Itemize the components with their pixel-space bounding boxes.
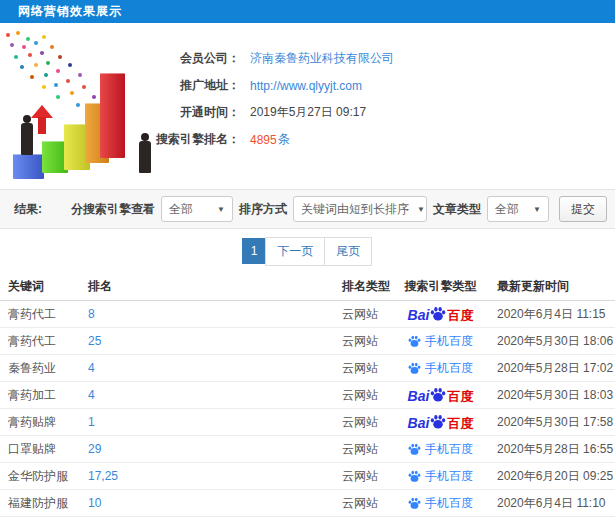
rank-type-cell: 云网站 bbox=[334, 414, 392, 431]
submit-button[interactable]: 提交 bbox=[559, 196, 607, 222]
rank-link[interactable]: 1 bbox=[80, 415, 334, 429]
engine-rank-unit: 条 bbox=[278, 131, 290, 148]
baidu-paw-icon bbox=[408, 362, 421, 375]
baidu-paw-icon bbox=[408, 335, 421, 348]
baidu-paw-icon bbox=[408, 497, 421, 510]
updated-time-cell: 2020年6月4日 11:10 bbox=[489, 495, 615, 512]
search-engine-cell: Bai百度 bbox=[392, 387, 489, 403]
filter-bar: 结果: 分搜索引擎查看 全部 ▼ 排序方式 关键词由短到长排序 ▼ 文章类型 全… bbox=[0, 189, 615, 229]
promo-url-link[interactable]: http://www.qlyyjt.com bbox=[250, 79, 362, 93]
sort-select[interactable]: 关键词由短到长排序 ▼ bbox=[293, 196, 427, 222]
engine-rank-count: 4895 bbox=[250, 133, 277, 147]
keyword-cell: 膏药贴牌 bbox=[0, 414, 80, 431]
chevron-down-icon: ▼ bbox=[533, 205, 541, 214]
open-time-row: 开通时间： 2019年5月27日 09:17 bbox=[148, 99, 394, 126]
search-engine-cell: Bai百度 bbox=[392, 306, 489, 322]
header-keyword: 关键词 bbox=[0, 278, 80, 295]
pagination: 1 下一页 尾页 bbox=[0, 229, 615, 273]
member-company-link[interactable]: 济南秦鲁药业科技有限公司 bbox=[250, 50, 394, 67]
promo-url-row: 推广地址： http://www.qlyyjt.com bbox=[148, 72, 394, 99]
updated-time-cell: 2020年6月20日 09:25 bbox=[489, 468, 615, 485]
baidu-pc-logo: Bai百度 bbox=[408, 306, 474, 322]
table-header-row: 关键词 排名 排名类型 搜索引擎类型 最新更新时间 bbox=[0, 273, 615, 301]
company-info: 会员公司： 济南秦鲁药业科技有限公司 推广地址： http://www.qlyy… bbox=[148, 45, 394, 153]
keyword-cell: 金华防护服 bbox=[0, 468, 80, 485]
up-arrow-icon bbox=[31, 105, 53, 135]
baidu-paw-icon bbox=[430, 414, 446, 430]
rank-link[interactable]: 25 bbox=[80, 334, 334, 348]
table-row: 口罩贴牌 29 云网站 手机百度 2020年5月28日 16:55 bbox=[0, 436, 615, 463]
page-title: 网络营销效果展示 bbox=[18, 3, 122, 20]
search-engine-cell: 手机百度 bbox=[392, 362, 489, 375]
article-type-select[interactable]: 全部 ▼ bbox=[487, 196, 549, 222]
table-row: 膏药代工 25 云网站 手机百度 2020年5月30日 18:06 bbox=[0, 328, 615, 355]
keyword-cell: 福建防护服 bbox=[0, 495, 80, 512]
table-row: 膏药加工 4 云网站 Bai百度 2020年5月30日 18:03 bbox=[0, 382, 615, 409]
member-company-label: 会员公司： bbox=[148, 50, 240, 67]
updated-time-cell: 2020年5月30日 18:03 bbox=[489, 387, 615, 404]
updated-time-cell: 2020年5月30日 18:06 bbox=[489, 333, 615, 350]
table-body: 膏药代工 8 云网站 Bai百度 2020年6月4日 11:15 膏药代工 25… bbox=[0, 301, 615, 520]
keyword-cell: 口罩贴牌 bbox=[0, 441, 80, 458]
baidu-mobile-logo: 手机百度 bbox=[408, 497, 473, 510]
rank-type-cell: 云网站 bbox=[334, 360, 392, 377]
table-row: 膏药贴牌 1 云网站 Bai百度 2020年5月30日 17:58 bbox=[0, 409, 615, 436]
search-engine-cell: 手机百度 bbox=[392, 497, 489, 510]
baidu-pc-logo: Bai百度 bbox=[408, 414, 474, 430]
baidu-mobile-logo: 手机百度 bbox=[408, 362, 473, 375]
chevron-down-icon: ▼ bbox=[217, 205, 225, 214]
keyword-cell: 秦鲁药业 bbox=[0, 360, 80, 377]
sort-label: 排序方式 bbox=[239, 201, 287, 218]
search-engine-cell: Bai百度 bbox=[392, 414, 489, 430]
baidu-pc-logo: Bai百度 bbox=[408, 387, 474, 403]
page-current[interactable]: 1 bbox=[242, 238, 267, 264]
chart-bar-blue bbox=[13, 154, 44, 179]
rank-type-cell: 云网站 bbox=[334, 495, 392, 512]
header-rank-type: 排名类型 bbox=[334, 278, 392, 295]
baidu-paw-icon bbox=[408, 443, 421, 456]
engine-filter-select[interactable]: 全部 ▼ bbox=[161, 196, 233, 222]
rank-link[interactable]: 10 bbox=[80, 496, 334, 510]
rank-link[interactable]: 4 bbox=[80, 388, 334, 402]
engine-filter-label: 分搜索引擎查看 bbox=[71, 201, 155, 218]
rank-link[interactable]: 4 bbox=[80, 361, 334, 375]
promo-url-label: 推广地址： bbox=[148, 77, 240, 94]
page-last-button[interactable]: 尾页 bbox=[324, 237, 372, 266]
search-engine-cell: 手机百度 bbox=[392, 335, 489, 348]
rank-link[interactable]: 8 bbox=[80, 307, 334, 321]
rank-type-cell: 云网站 bbox=[334, 387, 392, 404]
updated-time-cell: 2020年5月30日 17:58 bbox=[489, 414, 615, 431]
rank-link[interactable]: 29 bbox=[80, 442, 334, 456]
rank-type-cell: 云网站 bbox=[334, 306, 392, 323]
results-label: 结果: bbox=[14, 201, 42, 218]
baidu-paw-icon bbox=[430, 306, 446, 322]
baidu-paw-icon bbox=[408, 470, 421, 483]
table-row: 膏药代工 8 云网站 Bai百度 2020年6月4日 11:15 bbox=[0, 301, 615, 328]
page-next-button[interactable]: 下一页 bbox=[265, 237, 325, 266]
header-engine-type: 搜索引擎类型 bbox=[392, 278, 489, 295]
baidu-paw-icon bbox=[430, 387, 446, 403]
baidu-mobile-logo: 手机百度 bbox=[408, 470, 473, 483]
chevron-down-icon: ▼ bbox=[417, 205, 425, 214]
engine-filter-value: 全部 bbox=[169, 201, 193, 218]
rank-link[interactable]: 17,25 bbox=[80, 469, 334, 483]
rank-type-cell: 云网站 bbox=[334, 468, 392, 485]
baidu-mobile-logo: 手机百度 bbox=[408, 443, 473, 456]
engine-rank-row: 搜索引擎排名： 4895 条 bbox=[148, 126, 394, 153]
table-row: 秦鲁药业 4 云网站 手机百度 2020年5月28日 17:02 bbox=[0, 355, 615, 382]
rank-type-cell: 云网站 bbox=[334, 441, 392, 458]
updated-time-cell: 2020年5月28日 16:55 bbox=[489, 441, 615, 458]
member-company-row: 会员公司： 济南秦鲁药业科技有限公司 bbox=[148, 45, 394, 72]
article-type-value: 全部 bbox=[495, 201, 519, 218]
keyword-cell: 膏药代工 bbox=[0, 333, 80, 350]
open-time-label: 开通时间： bbox=[148, 104, 240, 121]
search-engine-cell: 手机百度 bbox=[392, 443, 489, 456]
search-engine-cell: 手机百度 bbox=[392, 470, 489, 483]
sort-value: 关键词由短到长排序 bbox=[301, 201, 409, 218]
article-type-label: 文章类型 bbox=[433, 201, 481, 218]
updated-time-cell: 2020年5月28日 17:02 bbox=[489, 360, 615, 377]
table-row: 金华防护服 17,25 云网站 手机百度 2020年6月20日 09:25 bbox=[0, 463, 615, 490]
keyword-rank-table: 关键词 排名 排名类型 搜索引擎类型 最新更新时间 膏药代工 8 云网站 Bai… bbox=[0, 273, 615, 520]
header-rank: 排名 bbox=[80, 278, 334, 295]
keyword-cell: 膏药代工 bbox=[0, 306, 80, 323]
